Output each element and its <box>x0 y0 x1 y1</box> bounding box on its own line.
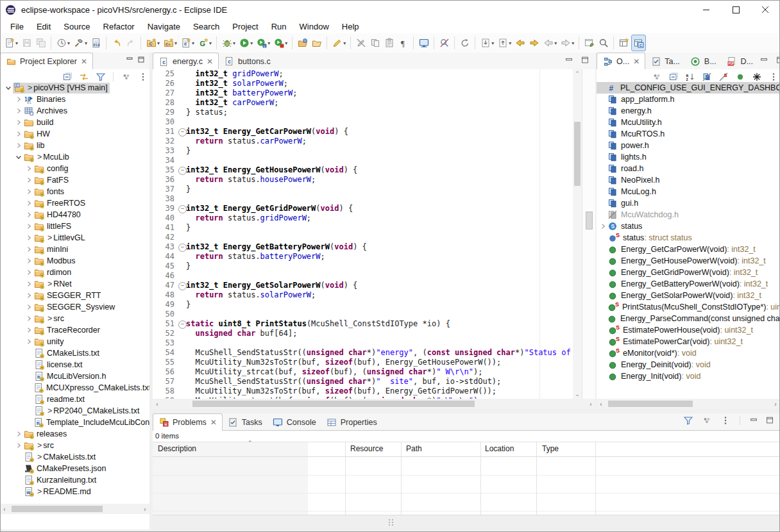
problems-tab-3[interactable]: Properties <box>321 414 382 430</box>
chevron-right-icon[interactable] <box>24 165 33 172</box>
outline-item[interactable]: Energy_GetGridPowerW(void) : int32_t <box>597 267 780 278</box>
tree-item[interactable]: hMcuLibVersion.h <box>0 370 149 382</box>
chevron-right-icon[interactable] <box>14 119 23 126</box>
back-button[interactable]: ▾ <box>541 35 558 51</box>
last-edit-back-button[interactable] <box>513 35 527 51</box>
minimize-icon[interactable] <box>748 415 759 426</box>
tree-item[interactable]: hTemplate_IncludeMcuLibConf <box>0 417 149 428</box>
tab-project-explorer[interactable]: Project Explorer ✕ <box>0 53 93 70</box>
scroll-left-icon[interactable]: ‹ <box>153 401 162 408</box>
tree-item[interactable]: rdimon <box>0 267 149 278</box>
tree-item[interactable]: 1001Binaries <box>0 94 149 105</box>
run-coverage-button[interactable]: ≡▾ <box>255 35 271 51</box>
new-button[interactable]: ▾ <box>3 35 19 51</box>
view-menu-icon[interactable] <box>720 415 731 426</box>
hide-macro-button[interactable] <box>750 71 763 83</box>
outline-item[interactable]: power.h <box>597 140 780 151</box>
outline-item[interactable]: Energy_GetBatteryPowerW(void) : int32_t <box>597 278 780 290</box>
tree-item[interactable]: license.txt <box>0 359 149 370</box>
tree-item[interactable]: >src <box>0 313 149 324</box>
outline-hscroll-thumb[interactable] <box>608 401 693 407</box>
outline-item[interactable]: energy.h <box>597 105 780 117</box>
clipboard-button[interactable] <box>382 35 396 51</box>
minimize-button[interactable] <box>691 0 721 19</box>
menu-project[interactable]: Project <box>226 21 264 33</box>
editor-vscrollbar[interactable]: ⌃ ⌄ <box>573 69 582 399</box>
chevron-right-icon[interactable] <box>14 96 23 103</box>
hide-static-button[interactable]: S <box>716 71 730 83</box>
tree-item[interactable]: FreeRTOS <box>0 197 149 209</box>
tree-item[interactable]: minIni <box>0 244 149 255</box>
tree-item[interactable]: HD44780 <box>0 209 149 220</box>
scroll-right-icon[interactable]: › <box>586 401 595 408</box>
tree-item[interactable]: CMakeLists.txt <box>0 347 149 359</box>
editor-hscroll-thumb[interactable] <box>192 401 475 407</box>
bottom-sash[interactable] <box>153 409 780 413</box>
tree-item[interactable]: MCUXpresso_CMakeLists.txt <box>0 382 149 394</box>
pencil-off-button[interactable] <box>354 35 368 51</box>
chevron-right-icon[interactable] <box>24 234 33 242</box>
hide-include-button[interactable] <box>700 71 713 83</box>
chevron-right-icon[interactable] <box>14 142 23 149</box>
menu-help[interactable]: Help <box>335 21 366 33</box>
open-perspective-button[interactable] <box>617 35 631 51</box>
scroll-left-icon[interactable]: ‹ <box>597 401 606 408</box>
outline-tab-0[interactable]: O...✕ <box>597 53 645 70</box>
tree-item[interactable]: HW <box>0 128 149 140</box>
last-edit-forward-button[interactable] <box>527 35 541 51</box>
tree-item[interactable]: Archives <box>0 105 149 117</box>
tree-item[interactable]: >CMakeLists.txt <box>0 451 149 463</box>
chevron-right-icon[interactable] <box>24 292 33 299</box>
splitter-grip-icon[interactable] <box>389 519 394 526</box>
new-c-project-button[interactable]: C▾ <box>144 35 161 51</box>
save-button[interactable] <box>20 35 33 51</box>
tree-item[interactable]: >McuLib <box>0 151 149 163</box>
chevron-right-icon[interactable] <box>14 130 23 138</box>
profile-button[interactable]: ▾ <box>272 35 289 51</box>
tree-item[interactable]: >LittlevGL <box>0 232 149 244</box>
pin-editor-button[interactable] <box>582 35 596 51</box>
build-hammer-button[interactable]: ▾ <box>72 35 89 51</box>
new-cpp-project-button[interactable]: C+▾ <box>162 35 178 51</box>
sort-az-button[interactable]: az <box>683 71 697 83</box>
outline-item[interactable]: NeoPixel.h <box>597 174 780 186</box>
tree-item[interactable]: build <box>0 117 149 128</box>
outline-item[interactable]: Energy_Init(void) : void <box>597 370 780 382</box>
marker-button[interactable]: ▾ <box>330 35 347 51</box>
tree-item[interactable]: readme.txt <box>0 394 149 405</box>
outline-tab-3[interactable]: PDFD... <box>722 53 758 69</box>
chevron-right-icon[interactable] <box>24 280 33 288</box>
chevron-right-icon[interactable] <box>24 303 33 311</box>
nav-into-button[interactable]: ▾ <box>479 35 495 51</box>
explorer-hscroll-thumb[interactable] <box>12 506 103 512</box>
cpp-perspective-button[interactable]: C <box>631 35 646 51</box>
outline-item[interactable]: Energy_GetSolarPowerW(void) : int32_t <box>597 290 780 301</box>
maximize-icon[interactable] <box>579 54 590 65</box>
editor-hscrollbar[interactable]: ‹ › <box>153 399 595 409</box>
overview-ruler[interactable] <box>582 69 595 399</box>
menu-search[interactable]: Search <box>187 21 226 33</box>
view-dots-button[interactable] <box>650 71 663 83</box>
maximize-icon[interactable] <box>774 54 780 65</box>
column-header-location[interactable]: Location <box>485 444 514 453</box>
view-dots-button[interactable] <box>119 71 133 83</box>
menu-navigate[interactable]: Navigate <box>141 21 187 33</box>
problems-tab-2[interactable]: Console <box>267 414 321 430</box>
debug-button[interactable]: ▾ <box>220 35 237 51</box>
search-off-button[interactable] <box>437 35 451 51</box>
scroll-down-icon[interactable]: ⌄ <box>573 391 582 397</box>
column-header-path[interactable]: Path <box>406 444 422 453</box>
chevron-right-icon[interactable] <box>24 188 33 195</box>
tree-item[interactable]: fonts <box>0 186 149 197</box>
view-menu-button[interactable] <box>718 415 732 426</box>
chevron-down-icon[interactable] <box>14 153 23 161</box>
chevron-right-icon[interactable] <box>14 442 23 449</box>
outline-item[interactable]: SPrintStatus(McuShell_ConstStdIOType*) :… <box>597 301 780 313</box>
tree-item[interactable]: config <box>0 163 149 174</box>
new-c-file-button[interactable]: c▾ <box>179 35 196 51</box>
project-tree[interactable]: C>picoVHS [VHS main]1001BinariesArchives… <box>0 82 149 503</box>
collapse-all-button[interactable] <box>666 71 680 83</box>
outline-item[interactable]: #PL_CONFIG_USE_GUI_ENERGY_DASHBOARD <box>597 82 780 94</box>
chevron-right-icon[interactable] <box>24 176 33 184</box>
chevron-right-icon[interactable] <box>24 338 33 345</box>
